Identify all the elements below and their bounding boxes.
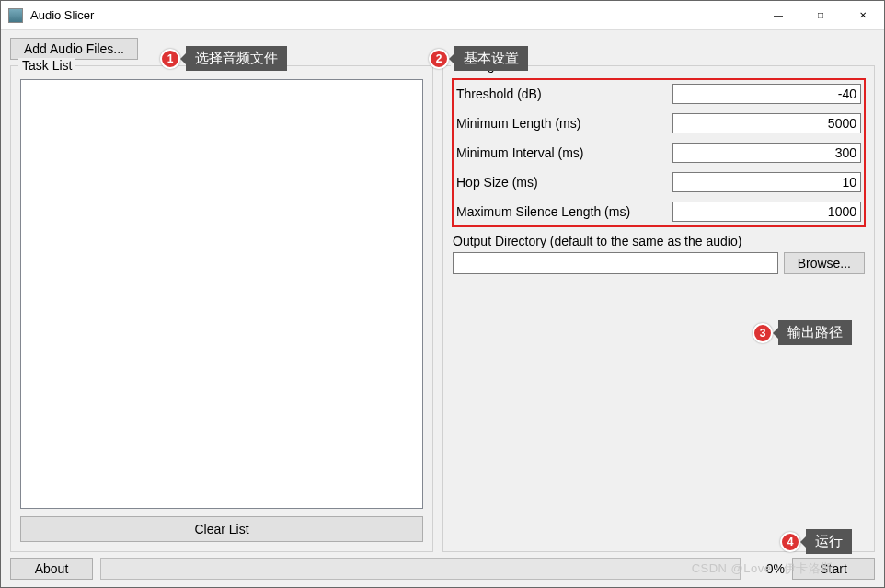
annotation-3-text: 输出路径 <box>778 320 852 345</box>
annotation-4-text: 运行 <box>806 529 852 554</box>
app-window: Audio Slicer — □ ✕ Add Audio Files... Ta… <box>0 0 885 588</box>
annotation-1-text: 选择音频文件 <box>186 46 287 71</box>
min-length-row: Minimum Length (ms) <box>453 109 865 138</box>
min-length-label: Minimum Length (ms) <box>453 109 669 138</box>
task-list-label: Task List <box>18 58 75 73</box>
browse-button[interactable]: Browse... <box>784 252 865 274</box>
output-row: Output Directory (default to the same as… <box>453 234 865 274</box>
max-silence-row: Maximum Silence Length (ms) <box>453 197 865 226</box>
annotation-4: 4 运行 <box>780 529 852 554</box>
min-interval-input[interactable] <box>672 143 861 163</box>
threshold-input[interactable] <box>672 84 861 104</box>
content-area: Add Audio Files... Task List Clear List … <box>1 30 884 587</box>
task-list-group: Task List Clear List <box>10 65 433 552</box>
clear-list-button[interactable]: Clear List <box>20 516 423 542</box>
settings-group: Settings Threshold (dB) Minimum Length (… <box>442 65 875 552</box>
annotation-2-number: 2 <box>429 49 449 69</box>
annotation-1-number: 1 <box>160 49 180 69</box>
annotation-4-number: 4 <box>780 532 800 552</box>
app-icon <box>8 8 23 23</box>
main-columns: Task List Clear List Settings Threshold … <box>10 65 875 552</box>
output-dir-label: Output Directory (default to the same as… <box>453 234 865 248</box>
annotation-1: 1 选择音频文件 <box>160 46 287 71</box>
max-silence-input[interactable] <box>672 202 861 222</box>
output-dir-input[interactable] <box>453 252 778 274</box>
annotation-2-text: 基本设置 <box>454 46 528 71</box>
threshold-row: Threshold (dB) <box>453 79 865 109</box>
annotation-3: 3 输出路径 <box>753 320 852 345</box>
min-interval-row: Minimum Interval (ms) <box>453 138 865 167</box>
titlebar: Audio Slicer — □ ✕ <box>1 1 884 30</box>
start-button[interactable]: Start <box>792 558 875 580</box>
close-button[interactable]: ✕ <box>842 1 884 29</box>
task-list-box[interactable] <box>20 79 423 509</box>
annotation-2: 2 基本设置 <box>429 46 528 71</box>
bottom-row: About 0% Start <box>10 558 875 580</box>
max-silence-label: Maximum Silence Length (ms) <box>453 197 669 226</box>
annotation-3-number: 3 <box>753 323 773 343</box>
window-title: Audio Slicer <box>30 8 757 22</box>
minimize-button[interactable]: — <box>757 1 799 29</box>
min-length-input[interactable] <box>672 113 861 133</box>
min-interval-label: Minimum Interval (ms) <box>453 138 669 167</box>
add-audio-files-button[interactable]: Add Audio Files... <box>10 38 138 60</box>
maximize-button[interactable]: □ <box>799 1 842 29</box>
hop-size-input[interactable] <box>672 172 861 192</box>
settings-table: Threshold (dB) Minimum Length (ms) Minim… <box>453 79 865 226</box>
output-controls: Browse... <box>453 252 865 274</box>
about-button[interactable]: About <box>10 558 93 580</box>
hop-size-row: Hop Size (ms) <box>453 167 865 197</box>
progress-bar <box>100 558 741 580</box>
hop-size-label: Hop Size (ms) <box>453 167 669 197</box>
progress-percent: 0% <box>748 561 785 576</box>
threshold-label: Threshold (dB) <box>453 79 669 109</box>
